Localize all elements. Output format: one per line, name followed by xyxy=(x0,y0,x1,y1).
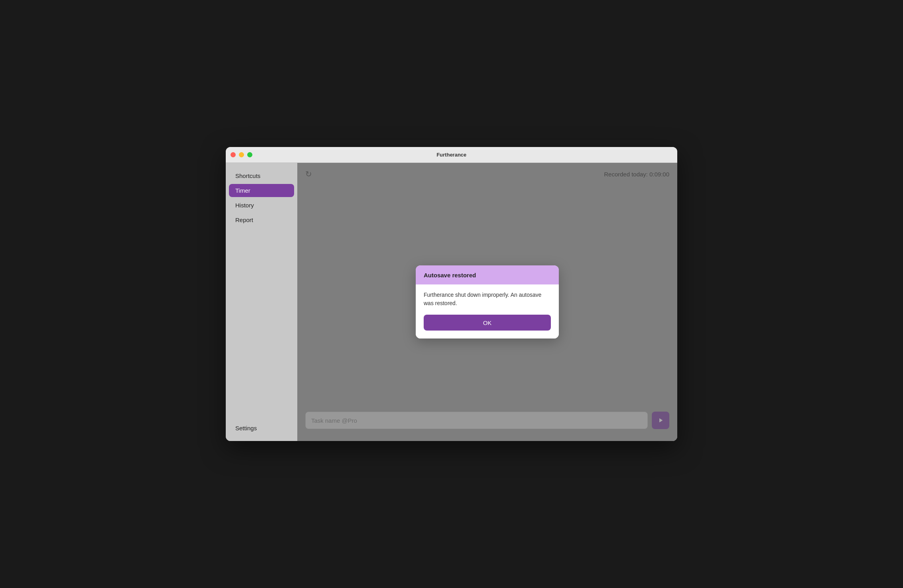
modal-overlay: Autosave restored Furtherance shut down … xyxy=(297,163,677,441)
dialog-title: Autosave restored xyxy=(424,272,476,279)
sidebar-item-settings[interactable]: Settings xyxy=(235,425,288,431)
maximize-button[interactable] xyxy=(247,152,252,157)
autosave-dialog: Autosave restored Furtherance shut down … xyxy=(416,265,559,338)
close-button[interactable] xyxy=(231,152,236,157)
dialog-body: Furtherance shut down improperly. An aut… xyxy=(416,284,559,338)
sidebar-item-history[interactable]: History xyxy=(229,199,294,212)
sidebar-item-shortcuts[interactable]: Shortcuts xyxy=(229,169,294,182)
dialog-message: Furtherance shut down improperly. An aut… xyxy=(424,291,551,308)
app-window: Furtherance Shortcuts Timer History Repo… xyxy=(226,147,677,441)
content-area: ↻ Recorded today: 0:09:00 00 Autosave xyxy=(297,163,677,441)
dialog-header: Autosave restored xyxy=(416,265,559,284)
dialog-ok-button[interactable]: OK xyxy=(424,315,551,331)
sidebar-bottom: Settings xyxy=(229,422,294,435)
sidebar-item-timer[interactable]: Timer xyxy=(229,184,294,197)
title-bar: Furtherance xyxy=(226,147,677,163)
traffic-lights xyxy=(231,152,252,157)
sidebar-item-report[interactable]: Report xyxy=(229,213,294,226)
minimize-button[interactable] xyxy=(239,152,244,157)
sidebar: Shortcuts Timer History Report Settings xyxy=(226,163,297,441)
main-layout: Shortcuts Timer History Report Settings xyxy=(226,163,677,441)
window-title: Furtherance xyxy=(436,152,466,158)
sidebar-nav: Shortcuts Timer History Report xyxy=(229,169,294,422)
